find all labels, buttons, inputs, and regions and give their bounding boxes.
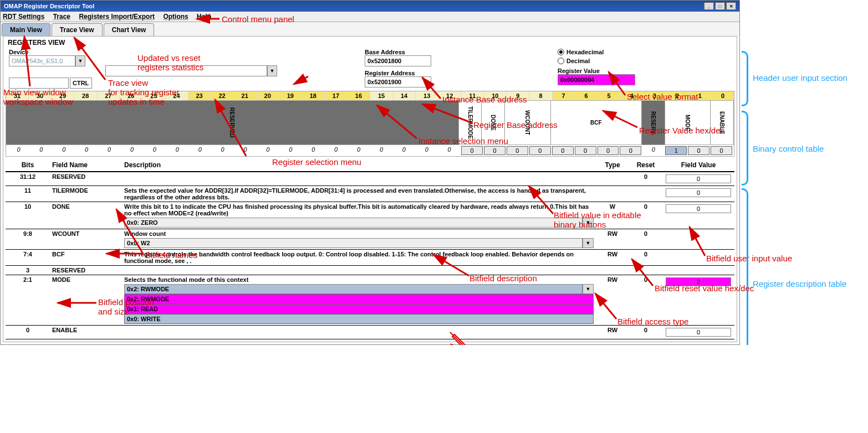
bitfield-reserved: RESERVED [6, 101, 459, 145]
bitval-button[interactable]: 0 [575, 146, 596, 155]
bitval-static: 0 [438, 146, 461, 155]
bitval-static: 0 [302, 146, 325, 155]
enum-option[interactable]: 0x0: WRITE [124, 314, 594, 324]
device-combo-arrow[interactable]: ▼ [75, 55, 85, 66]
minimize-button[interactable]: _ [704, 2, 714, 10]
bit-field-row: RESERVEDTILERMODEDONEWCOUNTBCFRESERVMODE… [6, 101, 734, 145]
register-address-field[interactable]: 0x52001900 [365, 76, 431, 87]
enum-combo[interactable]: 0x2: RWMODE [124, 284, 583, 294]
desc-row: 31:12RESERVED00 [6, 172, 734, 186]
cell-field-name: ENABLE [50, 326, 122, 339]
desc-row: 3RESERVED [6, 266, 734, 275]
maximize-button[interactable]: □ [715, 2, 725, 10]
bitval-static: 0 [75, 146, 98, 155]
bitval-static: 0 [98, 146, 121, 155]
col-field-value: Field Value [662, 159, 734, 172]
menu-help[interactable]: Help [197, 13, 211, 20]
cell-field-value [662, 229, 734, 250]
radix-hex-radio[interactable]: Hexadecimal [558, 49, 635, 55]
cell-reset: 0 [629, 275, 662, 326]
bit-num-24: 24 [165, 91, 188, 100]
bitval-button[interactable]: 0 [552, 146, 574, 155]
bit-num-21: 21 [234, 91, 257, 100]
cell-field-value: 0 [662, 202, 734, 229]
enum-combo-arrow[interactable]: ▼ [583, 218, 594, 228]
bitval-static: 0 [642, 146, 665, 155]
tab-chart-view[interactable]: Chart View [104, 23, 155, 36]
enum-combo-arrow[interactable]: ▼ [583, 238, 594, 248]
col-bits: Bits [6, 159, 50, 172]
bitval-button[interactable]: 0 [688, 146, 709, 155]
desc-row: 0ENABLERW00 [6, 326, 734, 339]
register-address-label: Register Address [365, 70, 431, 76]
cell-reset: 0 [629, 326, 662, 339]
enum-option[interactable]: 0x1: READ [124, 304, 594, 314]
menu-options[interactable]: Options [163, 13, 188, 20]
bit-num-20: 20 [257, 91, 279, 100]
cell-bits: 7:4 [6, 250, 50, 266]
cell-description: This register controls the bandwidth con… [122, 250, 596, 266]
register-value-field[interactable]: 0x00000004 [558, 74, 635, 85]
field-value-input[interactable]: 0 [666, 188, 731, 197]
cell-field-name: BCF [50, 250, 122, 266]
bitval-button[interactable]: 0 [484, 146, 506, 155]
bitval-static: 0 [30, 146, 53, 155]
enum-combo-arrow[interactable]: ▼ [583, 284, 594, 294]
bit-num-4: 4 [621, 91, 644, 100]
field-value-input[interactable]: 0 [666, 328, 731, 337]
bitval-button[interactable]: 1 [665, 146, 687, 155]
cell-bits: 9:8 [6, 229, 50, 250]
cell-description: Window count0x0: W2▼ [122, 229, 596, 250]
ann-blue-header: Header user input section [753, 73, 847, 83]
enum-combo[interactable]: 0x0: ZERO [124, 218, 583, 228]
bit-num-6: 6 [575, 91, 598, 100]
cell-bits: 31:12 [6, 172, 50, 186]
bit-num-10: 10 [484, 91, 507, 100]
bitfield-bcf: BCF [551, 101, 642, 145]
menu-rdt-settings[interactable]: RDT Settings [3, 13, 44, 20]
enum-option[interactable]: 0x2: RWMODE [124, 294, 594, 304]
bit-num-9: 9 [507, 91, 529, 100]
bitval-button[interactable]: 0 [598, 146, 619, 155]
bitval-button[interactable]: 0 [620, 146, 641, 155]
field-value-input[interactable]: 0 [666, 204, 731, 213]
enum-combo[interactable]: 0x0: W2 [124, 238, 583, 248]
register-select-combo[interactable] [105, 65, 267, 76]
register-select-arrow[interactable]: ▼ [267, 65, 277, 76]
bitval-button[interactable]: 0 [529, 146, 551, 155]
bitval-button[interactable]: 0 [711, 146, 732, 155]
cell-field-name: TILERMODE [50, 186, 122, 202]
menu-import-export[interactable]: Registers Import/Export [79, 13, 155, 20]
field-value-input[interactable]: 2 [666, 277, 731, 286]
bitval-button[interactable]: 0 [507, 146, 528, 155]
bitval-static: 0 [348, 146, 370, 155]
cell-reset: 0 [629, 250, 662, 266]
cell-description: Sets the expected value for ADDR[32].If … [122, 186, 596, 202]
cell-type [596, 186, 629, 202]
bit-num-28: 28 [74, 91, 97, 100]
bitfield-wcount: WCOUNT [505, 101, 551, 145]
close-button[interactable]: ✕ [726, 2, 736, 10]
device-label: Device [9, 49, 92, 55]
menu-trace[interactable]: Trace [53, 13, 70, 20]
instance-input[interactable] [9, 78, 69, 89]
bitval-static: 0 [392, 146, 415, 155]
cell-type: RW [596, 326, 629, 339]
cell-description [122, 326, 596, 339]
col-field-name: Field Name [50, 159, 122, 172]
radix-dec-radio[interactable]: Decimal [558, 58, 635, 64]
cell-description [122, 172, 596, 186]
bit-num-30: 30 [29, 91, 52, 100]
base-address-field[interactable]: 0x52001800 [365, 55, 431, 66]
bit-num-1: 1 [689, 91, 712, 100]
tab-main-view[interactable]: Main View [2, 23, 50, 36]
bit-num-31: 31 [6, 91, 29, 100]
field-value-input[interactable]: 0 [666, 174, 731, 183]
bitval-button[interactable]: 0 [461, 146, 483, 155]
bitval-static: 0 [188, 146, 211, 155]
cell-field-value: 0 [662, 326, 734, 339]
ctrl-button[interactable]: CTRL [70, 78, 92, 89]
device-combo[interactable]: OMAP543x_ES1.0 [9, 55, 75, 66]
tab-trace-view[interactable]: Trace View [52, 23, 103, 36]
cell-description: Selects the functional mode of this cont… [122, 275, 596, 326]
